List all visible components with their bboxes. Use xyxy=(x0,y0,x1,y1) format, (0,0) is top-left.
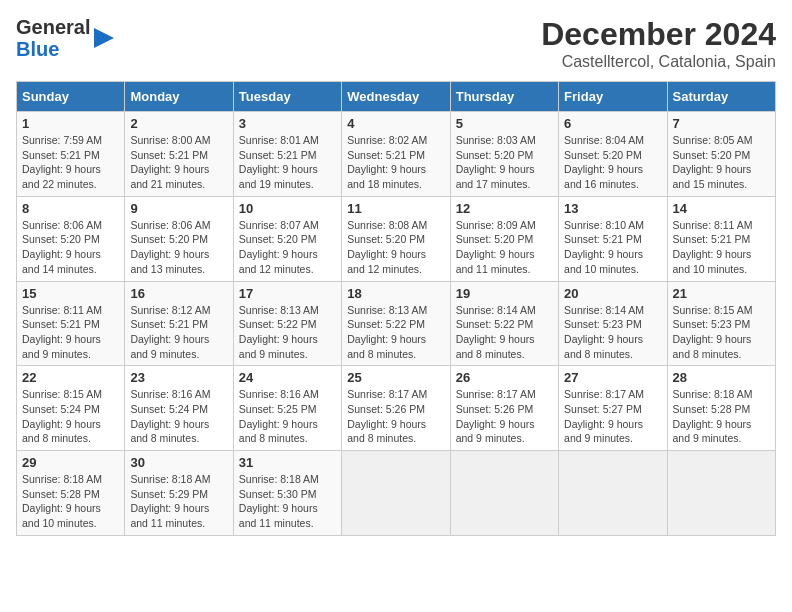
cell-details: Sunrise: 8:02 AM Sunset: 5:21 PM Dayligh… xyxy=(347,133,444,192)
calendar-week-3: 15Sunrise: 8:11 AM Sunset: 5:21 PM Dayli… xyxy=(17,281,776,366)
cell-details: Sunrise: 8:16 AM Sunset: 5:25 PM Dayligh… xyxy=(239,387,336,446)
day-number: 1 xyxy=(22,116,119,131)
logo-text-general: General xyxy=(16,16,90,38)
svg-marker-0 xyxy=(94,28,114,48)
day-number: 28 xyxy=(673,370,770,385)
day-number: 8 xyxy=(22,201,119,216)
cell-details: Sunrise: 8:14 AM Sunset: 5:23 PM Dayligh… xyxy=(564,303,661,362)
page-subtitle: Castelltercol, Catalonia, Spain xyxy=(541,53,776,71)
day-number: 12 xyxy=(456,201,553,216)
calendar-cell: 7Sunrise: 8:05 AM Sunset: 5:20 PM Daylig… xyxy=(667,112,775,197)
calendar-cell: 11Sunrise: 8:08 AM Sunset: 5:20 PM Dayli… xyxy=(342,196,450,281)
calendar-cell: 6Sunrise: 8:04 AM Sunset: 5:20 PM Daylig… xyxy=(559,112,667,197)
logo-arrow-icon xyxy=(94,24,114,52)
cell-details: Sunrise: 8:11 AM Sunset: 5:21 PM Dayligh… xyxy=(673,218,770,277)
day-number: 9 xyxy=(130,201,227,216)
day-number: 22 xyxy=(22,370,119,385)
cell-details: Sunrise: 8:09 AM Sunset: 5:20 PM Dayligh… xyxy=(456,218,553,277)
calendar-week-5: 29Sunrise: 8:18 AM Sunset: 5:28 PM Dayli… xyxy=(17,451,776,536)
calendar-cell: 25Sunrise: 8:17 AM Sunset: 5:26 PM Dayli… xyxy=(342,366,450,451)
day-number: 19 xyxy=(456,286,553,301)
cell-details: Sunrise: 8:06 AM Sunset: 5:20 PM Dayligh… xyxy=(130,218,227,277)
cell-details: Sunrise: 8:15 AM Sunset: 5:24 PM Dayligh… xyxy=(22,387,119,446)
calendar-cell: 4Sunrise: 8:02 AM Sunset: 5:21 PM Daylig… xyxy=(342,112,450,197)
cell-details: Sunrise: 8:18 AM Sunset: 5:30 PM Dayligh… xyxy=(239,472,336,531)
calendar-cell xyxy=(559,451,667,536)
calendar-cell: 26Sunrise: 8:17 AM Sunset: 5:26 PM Dayli… xyxy=(450,366,558,451)
calendar-cell: 12Sunrise: 8:09 AM Sunset: 5:20 PM Dayli… xyxy=(450,196,558,281)
calendar-cell: 20Sunrise: 8:14 AM Sunset: 5:23 PM Dayli… xyxy=(559,281,667,366)
calendar-cell: 22Sunrise: 8:15 AM Sunset: 5:24 PM Dayli… xyxy=(17,366,125,451)
cell-details: Sunrise: 8:03 AM Sunset: 5:20 PM Dayligh… xyxy=(456,133,553,192)
title-block: December 2024 Castelltercol, Catalonia, … xyxy=(541,16,776,71)
cell-details: Sunrise: 7:59 AM Sunset: 5:21 PM Dayligh… xyxy=(22,133,119,192)
day-number: 25 xyxy=(347,370,444,385)
calendar-cell: 19Sunrise: 8:14 AM Sunset: 5:22 PM Dayli… xyxy=(450,281,558,366)
calendar-cell: 24Sunrise: 8:16 AM Sunset: 5:25 PM Dayli… xyxy=(233,366,341,451)
weekday-header-friday: Friday xyxy=(559,82,667,112)
weekday-header-monday: Monday xyxy=(125,82,233,112)
cell-details: Sunrise: 8:17 AM Sunset: 5:26 PM Dayligh… xyxy=(456,387,553,446)
calendar-cell: 30Sunrise: 8:18 AM Sunset: 5:29 PM Dayli… xyxy=(125,451,233,536)
day-number: 23 xyxy=(130,370,227,385)
day-number: 21 xyxy=(673,286,770,301)
calendar-cell xyxy=(342,451,450,536)
day-number: 29 xyxy=(22,455,119,470)
day-number: 6 xyxy=(564,116,661,131)
day-number: 13 xyxy=(564,201,661,216)
cell-details: Sunrise: 8:07 AM Sunset: 5:20 PM Dayligh… xyxy=(239,218,336,277)
calendar-cell: 29Sunrise: 8:18 AM Sunset: 5:28 PM Dayli… xyxy=(17,451,125,536)
logo: General Blue xyxy=(16,16,114,60)
page-header: General Blue December 2024 Castelltercol… xyxy=(16,16,776,71)
cell-details: Sunrise: 8:04 AM Sunset: 5:20 PM Dayligh… xyxy=(564,133,661,192)
cell-details: Sunrise: 8:06 AM Sunset: 5:20 PM Dayligh… xyxy=(22,218,119,277)
calendar-week-2: 8Sunrise: 8:06 AM Sunset: 5:20 PM Daylig… xyxy=(17,196,776,281)
cell-details: Sunrise: 8:13 AM Sunset: 5:22 PM Dayligh… xyxy=(239,303,336,362)
day-number: 20 xyxy=(564,286,661,301)
weekday-header-thursday: Thursday xyxy=(450,82,558,112)
day-number: 26 xyxy=(456,370,553,385)
calendar-cell: 10Sunrise: 8:07 AM Sunset: 5:20 PM Dayli… xyxy=(233,196,341,281)
weekday-header-saturday: Saturday xyxy=(667,82,775,112)
cell-details: Sunrise: 8:18 AM Sunset: 5:28 PM Dayligh… xyxy=(22,472,119,531)
day-number: 27 xyxy=(564,370,661,385)
calendar-cell xyxy=(450,451,558,536)
weekday-header-sunday: Sunday xyxy=(17,82,125,112)
cell-details: Sunrise: 8:12 AM Sunset: 5:21 PM Dayligh… xyxy=(130,303,227,362)
weekday-header-wednesday: Wednesday xyxy=(342,82,450,112)
calendar-cell: 5Sunrise: 8:03 AM Sunset: 5:20 PM Daylig… xyxy=(450,112,558,197)
calendar-header-row: SundayMondayTuesdayWednesdayThursdayFrid… xyxy=(17,82,776,112)
calendar-cell: 8Sunrise: 8:06 AM Sunset: 5:20 PM Daylig… xyxy=(17,196,125,281)
page-title: December 2024 xyxy=(541,16,776,53)
cell-details: Sunrise: 8:10 AM Sunset: 5:21 PM Dayligh… xyxy=(564,218,661,277)
calendar-week-1: 1Sunrise: 7:59 AM Sunset: 5:21 PM Daylig… xyxy=(17,112,776,197)
cell-details: Sunrise: 8:05 AM Sunset: 5:20 PM Dayligh… xyxy=(673,133,770,192)
cell-details: Sunrise: 8:17 AM Sunset: 5:26 PM Dayligh… xyxy=(347,387,444,446)
calendar-cell: 27Sunrise: 8:17 AM Sunset: 5:27 PM Dayli… xyxy=(559,366,667,451)
cell-details: Sunrise: 8:14 AM Sunset: 5:22 PM Dayligh… xyxy=(456,303,553,362)
weekday-header-tuesday: Tuesday xyxy=(233,82,341,112)
day-number: 17 xyxy=(239,286,336,301)
calendar-cell: 13Sunrise: 8:10 AM Sunset: 5:21 PM Dayli… xyxy=(559,196,667,281)
cell-details: Sunrise: 8:13 AM Sunset: 5:22 PM Dayligh… xyxy=(347,303,444,362)
cell-details: Sunrise: 8:15 AM Sunset: 5:23 PM Dayligh… xyxy=(673,303,770,362)
calendar-cell: 17Sunrise: 8:13 AM Sunset: 5:22 PM Dayli… xyxy=(233,281,341,366)
cell-details: Sunrise: 8:08 AM Sunset: 5:20 PM Dayligh… xyxy=(347,218,444,277)
day-number: 14 xyxy=(673,201,770,216)
calendar-cell: 31Sunrise: 8:18 AM Sunset: 5:30 PM Dayli… xyxy=(233,451,341,536)
calendar-cell: 21Sunrise: 8:15 AM Sunset: 5:23 PM Dayli… xyxy=(667,281,775,366)
cell-details: Sunrise: 8:11 AM Sunset: 5:21 PM Dayligh… xyxy=(22,303,119,362)
logo-text-blue: Blue xyxy=(16,38,59,60)
calendar-table: SundayMondayTuesdayWednesdayThursdayFrid… xyxy=(16,81,776,536)
day-number: 3 xyxy=(239,116,336,131)
day-number: 10 xyxy=(239,201,336,216)
calendar-cell: 9Sunrise: 8:06 AM Sunset: 5:20 PM Daylig… xyxy=(125,196,233,281)
day-number: 31 xyxy=(239,455,336,470)
cell-details: Sunrise: 8:00 AM Sunset: 5:21 PM Dayligh… xyxy=(130,133,227,192)
cell-details: Sunrise: 8:18 AM Sunset: 5:29 PM Dayligh… xyxy=(130,472,227,531)
cell-details: Sunrise: 8:16 AM Sunset: 5:24 PM Dayligh… xyxy=(130,387,227,446)
day-number: 16 xyxy=(130,286,227,301)
cell-details: Sunrise: 8:01 AM Sunset: 5:21 PM Dayligh… xyxy=(239,133,336,192)
day-number: 15 xyxy=(22,286,119,301)
day-number: 4 xyxy=(347,116,444,131)
